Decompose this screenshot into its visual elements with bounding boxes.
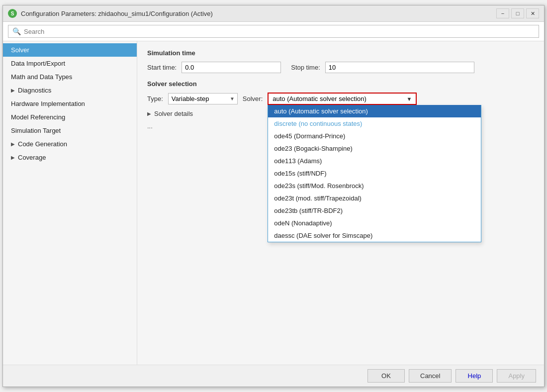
solver-details-arrow: ▶ (147, 111, 151, 116)
dropdown-item-odeN[interactable]: odeN (Nonadaptive) (268, 217, 481, 229)
solver-type-row: Type: Variable-step Fixed-step ▼ Solver:… (147, 93, 534, 105)
solver-selection-title: Solver selection (147, 80, 534, 88)
dropdown-item-ode15s[interactable]: ode15s (stiff/NDF) (268, 167, 481, 180)
window-controls: − □ ✕ (496, 8, 539, 18)
search-wrapper: 🔍 (8, 25, 539, 38)
dropdown-item-daessc[interactable]: daessc (DAE solver for Simscape) (268, 229, 481, 242)
type-select-wrapper: Variable-step Fixed-step ▼ (168, 93, 238, 104)
search-icon: 🔍 (12, 27, 21, 35)
sidebar-item-diagnostics[interactable]: ▶ Diagnostics (3, 84, 137, 97)
dropdown-item-ode45[interactable]: ode45 (Dormand-Prince) (268, 130, 481, 142)
maximize-button[interactable]: □ (511, 8, 524, 18)
dropdown-item-ode23s[interactable]: ode23s (stiff/Mod. Rosenbrock) (268, 180, 481, 192)
type-label: Type: (147, 95, 163, 102)
dropdown-item-ode23t[interactable]: ode23t (mod. stiff/Trapezoidal) (268, 192, 481, 204)
sidebar-item-hardware-implementation[interactable]: Hardware Implementation (3, 97, 137, 110)
sidebar: Solver Data Import/Export Math and Data … (3, 41, 137, 365)
ok-button[interactable]: OK (367, 369, 405, 383)
simulation-time-row: Start time: Stop time: (147, 62, 534, 73)
sidebar-item-simulation-target[interactable]: Simulation Target (3, 124, 137, 137)
solver-label: Solver: (243, 95, 263, 102)
type-select[interactable]: Variable-step Fixed-step (168, 93, 238, 104)
sidebar-item-data-import-export[interactable]: Data Import/Export (3, 57, 137, 70)
stop-time-label: Stop time: (291, 64, 320, 71)
solver-details-label: Solver details (154, 110, 193, 117)
solver-dropdown-container: auto (Automatic solver selection) ▼ auto… (268, 93, 417, 105)
close-button[interactable]: ✕ (526, 8, 539, 18)
diagnostics-arrow: ▶ (11, 88, 15, 93)
sidebar-item-math-data-types[interactable]: Math and Data Types (3, 70, 137, 84)
app-icon: S (8, 9, 17, 18)
title-bar: S Configuration Parameters: zhidaohou_si… (3, 5, 544, 22)
code-gen-arrow: ▶ (11, 141, 15, 147)
stop-time-input[interactable] (325, 62, 474, 73)
dropdown-item-auto[interactable]: auto (Automatic solver selection) (268, 105, 481, 117)
start-time-label: Start time: (147, 64, 177, 71)
solver-selection-section: Solver selection Type: Variable-step Fix… (147, 80, 534, 130)
coverage-arrow: ▶ (11, 155, 15, 160)
sidebar-item-solver[interactable]: Solver (3, 43, 137, 57)
start-time-input[interactable] (182, 62, 281, 73)
minimize-button[interactable]: − (496, 8, 509, 18)
sidebar-item-model-referencing[interactable]: Model Referencing (3, 110, 137, 124)
dropdown-item-ode113[interactable]: ode113 (Adams) (268, 155, 481, 167)
sidebar-item-code-generation[interactable]: ▶ Code Generation (3, 137, 137, 151)
window-title: Configuration Parameters: zhidaohou_simu… (21, 10, 213, 17)
solver-selected-text: auto (Automatic solver selection) (273, 95, 366, 102)
dropdown-item-discrete[interactable]: discrete (no continuous states) (268, 117, 481, 130)
right-panel: Simulation time Start time: Stop time: S… (137, 41, 544, 365)
help-button[interactable]: Help (456, 369, 493, 383)
main-content: Solver Data Import/Export Math and Data … (3, 41, 544, 365)
apply-button[interactable]: Apply (497, 369, 536, 383)
dropdown-item-ode23[interactable]: ode23 (Bogacki-Shampine) (268, 142, 481, 155)
sidebar-item-coverage[interactable]: ▶ Coverage (3, 151, 137, 164)
simulation-time-title: Simulation time (147, 49, 534, 57)
footer: OK Cancel Help Apply (3, 365, 544, 387)
solver-dropdown-list: auto (Automatic solver selection)discret… (268, 105, 481, 242)
search-bar: 🔍 (3, 22, 544, 41)
solver-dropdown-selected[interactable]: auto (Automatic solver selection) ▼ (268, 93, 417, 105)
search-input[interactable] (24, 28, 535, 35)
main-window: S Configuration Parameters: zhidaohou_si… (2, 5, 545, 387)
title-bar-left: S Configuration Parameters: zhidaohou_si… (8, 9, 213, 18)
dropdown-item-ode23tb[interactable]: ode23tb (stiff/TR-BDF2) (268, 204, 481, 217)
solver-dropdown-arrow: ▼ (406, 96, 412, 102)
cancel-button[interactable]: Cancel (409, 369, 452, 383)
